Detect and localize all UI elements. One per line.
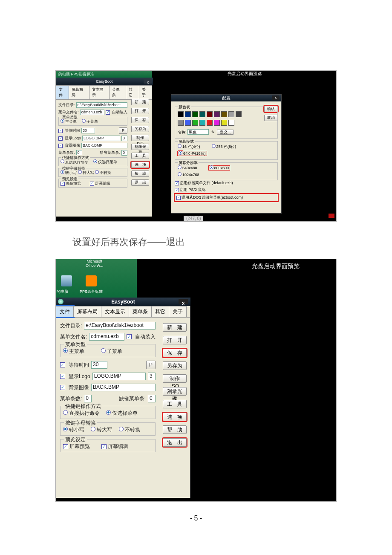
tab-about[interactable]: 关于 — [139, 85, 152, 99]
mycomputer-icon[interactable] — [61, 275, 72, 286]
saveas-button[interactable]: 另存为 — [131, 126, 149, 132]
tab-about[interactable]: 关于 — [169, 306, 187, 317]
radio-upper[interactable] — [78, 170, 82, 174]
tab-file[interactable]: 文件 — [56, 85, 69, 99]
pps-icon[interactable] — [86, 275, 97, 286]
colorname-input[interactable]: 黑色 — [187, 129, 209, 135]
save-button[interactable]: 保 存 — [131, 117, 149, 123]
easyboot-titlebar: EasyBoot x — [56, 298, 190, 306]
preview-title: 光盘启动界面预览 — [252, 263, 300, 270]
defaultmenu-input[interactable]: 0 — [148, 395, 156, 402]
dir-input[interactable]: e:\EasyBoot\disk1\ezboot — [84, 322, 156, 330]
burn-button[interactable]: 刻录光碟 — [131, 144, 149, 150]
menufile-input[interactable]: cdmenu.ezb — [89, 333, 124, 341]
chk-defmenu[interactable] — [175, 181, 179, 185]
autoload-checkbox[interactable] — [106, 110, 110, 115]
radio-lower[interactable] — [63, 427, 68, 431]
close-icon[interactable]: x — [272, 95, 280, 100]
radio-mainmenu[interactable] — [63, 348, 68, 353]
define-button[interactable]: 定义... — [217, 130, 234, 135]
autoload-label: 自动装入 — [112, 110, 127, 115]
tools-button[interactable]: 工 具 — [163, 400, 187, 408]
bg-checkbox[interactable] — [60, 385, 65, 390]
dir-input[interactable]: e:\EasyBoot\disk1\ezboot — [76, 102, 127, 108]
new-button[interactable]: 新 建 — [163, 323, 187, 332]
radio-256c[interactable] — [212, 144, 216, 148]
close-icon[interactable]: x — [144, 78, 152, 84]
exit-button[interactable]: 退 出 — [163, 438, 187, 447]
tools-button[interactable]: 工 具 — [131, 153, 149, 159]
makeiso-button[interactable]: 制作ISO — [131, 135, 149, 141]
radio-nocase[interactable] — [119, 427, 124, 431]
chk-ps2[interactable] — [175, 188, 179, 192]
logo-n-input[interactable]: 3 — [148, 373, 156, 380]
help-button[interactable]: 帮 助 — [131, 171, 149, 177]
radio-submenu[interactable] — [101, 348, 106, 353]
radio-640[interactable] — [178, 165, 182, 169]
wait-input[interactable]: 30 — [91, 361, 107, 369]
logo-n-input[interactable]: 3 — [121, 136, 127, 141]
open-button[interactable]: 打 开 — [131, 108, 149, 114]
tab-menubar[interactable]: 菜单条 — [129, 306, 152, 317]
options-button[interactable]: 选 项 — [131, 162, 149, 168]
tab-text[interactable]: 文本显示 — [89, 85, 110, 99]
defaultmenu-input[interactable]: 0 — [121, 150, 127, 156]
radio-16c[interactable] — [178, 144, 182, 148]
menucount-input[interactable]: 0 — [84, 395, 92, 402]
radio-upper[interactable] — [91, 427, 95, 431]
wait-checkbox[interactable] — [60, 362, 65, 367]
options-button[interactable]: 选 项 — [163, 413, 187, 421]
exit-button[interactable]: 退 出 — [131, 179, 149, 186]
tab-other[interactable]: 其它 — [151, 306, 169, 317]
chk-dosreturn[interactable] — [176, 196, 181, 200]
p-button[interactable]: P — [119, 127, 127, 134]
color-swatches-row1[interactable] — [178, 111, 254, 118]
burn-button[interactable]: 刻录光碟 — [163, 387, 187, 396]
dir-label: 文件目录: — [58, 102, 75, 108]
makeiso-button[interactable]: 制作ISO — [163, 374, 187, 383]
logo-checkbox[interactable] — [60, 374, 65, 379]
logo-checkbox[interactable] — [58, 136, 63, 141]
config-dialog: 配置x 确认 取消 颜色表 名称: 黑色 ✎ 定义... — [171, 94, 282, 214]
radio-lower[interactable] — [61, 170, 64, 174]
new-button[interactable]: 新 建 — [131, 99, 149, 105]
bg-input[interactable]: BACK.BMP — [81, 143, 127, 148]
help-button[interactable]: 帮 助 — [163, 425, 187, 434]
radio-mainmenu[interactable] — [61, 119, 64, 123]
radio-hk-exec[interactable] — [61, 159, 64, 163]
radio-1024[interactable] — [178, 172, 182, 176]
chk-preview[interactable] — [63, 444, 68, 449]
radio-hk-exec[interactable] — [63, 410, 68, 415]
save-button[interactable]: 保 存 — [163, 349, 187, 357]
wait-checkbox[interactable] — [58, 129, 63, 133]
screenshot-2: MicrosoftOffice W... 的电脑 PPS影音标准 EasyBoo… — [55, 259, 337, 502]
pencil-icon[interactable]: ✎ — [210, 130, 216, 134]
chk-preview[interactable] — [61, 182, 65, 186]
open-button[interactable]: 打 开 — [163, 336, 187, 344]
tab-other[interactable]: 其它 — [126, 85, 139, 99]
tab-file[interactable]: 文件 — [56, 306, 74, 317]
close-icon[interactable]: x — [179, 299, 188, 304]
bg-checkbox[interactable] — [58, 144, 63, 148]
radio-nocase[interactable] — [95, 170, 99, 174]
radio-64k[interactable] — [179, 151, 182, 155]
wait-input[interactable]: 30 — [81, 128, 95, 133]
color-swatches-row2[interactable] — [178, 120, 254, 127]
saveas-button[interactable]: 另存为 — [163, 361, 187, 370]
p-button[interactable]: P — [146, 361, 156, 369]
radio-hk-select[interactable] — [93, 159, 97, 163]
chk-edit[interactable] — [90, 182, 94, 186]
chk-edit[interactable] — [101, 444, 107, 449]
logo-input[interactable]: LOGO.BMP — [82, 136, 120, 141]
radio-800[interactable] — [210, 165, 213, 169]
tab-layout[interactable]: 屏幕布局 — [69, 85, 89, 99]
tab-layout[interactable]: 屏幕布局 — [73, 306, 101, 317]
radio-hk-select[interactable] — [106, 410, 111, 415]
tab-text[interactable]: 文本显示 — [101, 306, 129, 317]
tab-menubar[interactable]: 菜单条 — [109, 85, 126, 99]
logo-input[interactable]: LOGO.BMP — [92, 373, 146, 380]
bg-input[interactable]: BACK.BMP — [91, 384, 156, 391]
radio-submenu[interactable] — [82, 119, 86, 123]
menufile-input[interactable]: cdmenu.ezb — [80, 110, 104, 115]
autoload-checkbox[interactable] — [127, 334, 132, 339]
